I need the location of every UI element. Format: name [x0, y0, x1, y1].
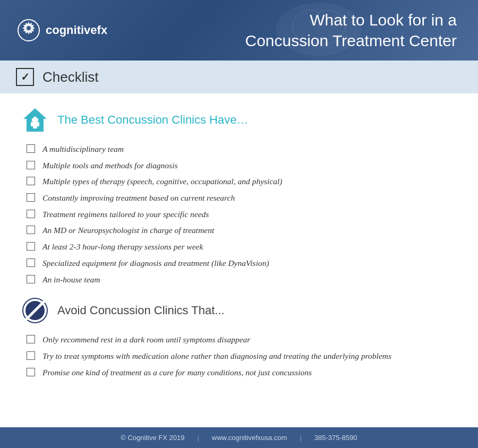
list-item: Multiple tools and methods for diagnosis [27, 160, 457, 171]
house-plus-icon [21, 106, 49, 134]
list-item: An in-house team [27, 274, 457, 286]
list-item: Specialized equipment for diagnosis and … [27, 257, 457, 269]
item-text: Promise one kind of treatment as a cure … [42, 367, 312, 378]
avoid-section-header: Avoid Concussion Clinics That... [21, 297, 457, 324]
checklist-label: Checklist [42, 69, 98, 85]
logo-icon [16, 18, 41, 43]
list-item: Try to treat symptoms with medication al… [27, 350, 457, 362]
footer-divider-2: | [300, 434, 301, 442]
list-item: At least 2-3 hour-long therapy sessions … [27, 241, 457, 253]
avoid-section: Avoid Concussion Clinics That... Only re… [21, 297, 457, 378]
checkbox-icon [27, 226, 35, 234]
list-item: Treatment regimens tailored to your spec… [27, 209, 457, 220]
footer-phone: 385-375-8590 [314, 434, 357, 442]
checkbox-icon [27, 177, 35, 185]
checkbox-icon [27, 368, 35, 376]
item-text: Only recommend rest in a dark room until… [42, 334, 250, 346]
avoid-items-list: Only recommend rest in a dark room until… [21, 334, 457, 378]
list-item: An MD or Neuropsychologist in charge of … [27, 225, 457, 236]
checkbox-icon [27, 335, 35, 343]
svg-rect-10 [32, 118, 38, 122]
title-line1: What to Look for in a [310, 11, 457, 29]
checkbox-icon [27, 351, 35, 360]
checkbox-icon [27, 242, 35, 251]
list-item: Constantly improving treatment based on … [27, 192, 457, 204]
svg-point-3 [27, 26, 31, 30]
page-wrapper: cognitivefx What to Look for in a Concus… [0, 0, 478, 448]
item-text: Constantly improving treatment based on … [42, 192, 235, 204]
best-items-list: A multidisciplinary team Multiple tools … [21, 143, 457, 285]
item-text: An MD or Neuropsychologist in charge of … [42, 225, 214, 236]
footer-website: www.cognitivefxusa.com [212, 434, 287, 442]
list-item: Multiple types of therapy (speech, cogni… [27, 176, 457, 187]
logo-text: cognitivefx [46, 23, 107, 37]
checkbox-icon [27, 144, 35, 153]
item-text: Try to treat symptoms with medication al… [42, 350, 391, 362]
main-content: The Best Concussion Clinics Have… A mult… [0, 93, 478, 427]
header-title: What to Look for in a Concussion Treatme… [245, 10, 457, 51]
item-text: An in-house team [42, 274, 100, 286]
footer-copyright: © Cognitive FX 2019 [121, 434, 184, 442]
header: cognitivefx What to Look for in a Concus… [0, 0, 478, 61]
checklist-banner: ✓ Checklist [0, 61, 478, 93]
title-line2: Concussion Treatment Center [245, 32, 457, 49]
item-text: At least 2-3 hour-long therapy sessions … [42, 241, 203, 253]
no-sign-icon [21, 297, 49, 324]
checkbox-icon [27, 161, 35, 169]
list-item: Only recommend rest in a dark room until… [27, 334, 457, 346]
checkbox-icon [27, 193, 35, 202]
item-text: Multiple tools and methods for diagnosis [42, 160, 177, 171]
checklist-icon: ✓ [16, 68, 34, 86]
list-item: Promise one kind of treatment as a cure … [27, 367, 457, 378]
item-text: Treatment regimens tailored to your spec… [42, 209, 209, 220]
list-item: A multidisciplinary team [27, 143, 457, 155]
checkbox-icon [27, 259, 35, 267]
footer-divider-1: | [197, 434, 199, 442]
item-text: Multiple types of therapy (speech, cogni… [42, 176, 283, 187]
item-text: Specialized equipment for diagnosis and … [42, 257, 269, 269]
item-text: A multidisciplinary team [42, 143, 124, 155]
best-section-title: The Best Concussion Clinics Have… [57, 113, 248, 127]
checkbox-icon [27, 275, 35, 283]
best-section-header: The Best Concussion Clinics Have… [21, 106, 457, 134]
avoid-section-title: Avoid Concussion Clinics That... [57, 304, 225, 317]
logo-area: cognitivefx [16, 18, 107, 43]
checkbox-icon [27, 210, 35, 218]
footer: © Cognitive FX 2019 | www.cognitivefxusa… [0, 427, 478, 448]
